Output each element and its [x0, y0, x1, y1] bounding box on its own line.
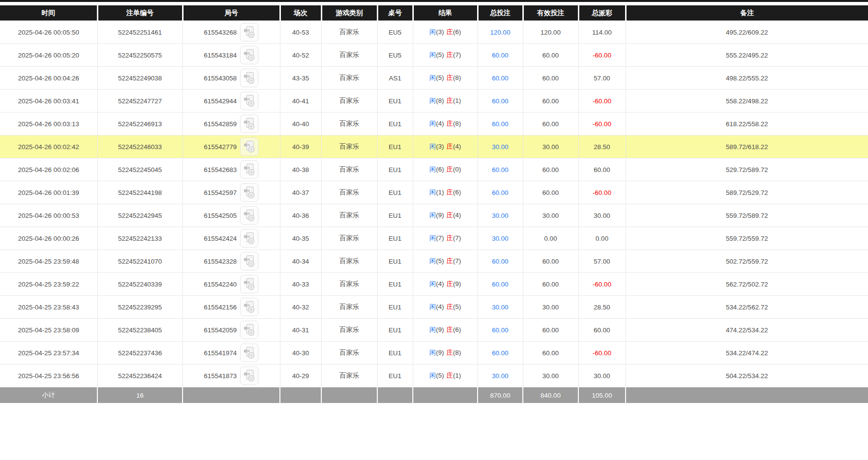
round-number: 615542240 [204, 281, 237, 288]
session-cell: 40-29 [280, 364, 321, 387]
bet-no-cell: 522452247727 [97, 90, 183, 113]
table-no-cell: EU1 [377, 227, 413, 250]
game-type-cell: 百家乐 [321, 364, 377, 387]
banker-result-value: (8) [453, 74, 462, 81]
game-type-cell: 百家乐 [321, 227, 377, 250]
table-no-cell: EU1 [377, 181, 413, 204]
video-replay-button[interactable] [240, 366, 259, 385]
valid-bet-cell: 30.00 [523, 135, 578, 158]
game-type-cell: 百家乐 [321, 204, 377, 227]
table-no-cell: EU1 [377, 319, 413, 342]
result-cell: 闲(6)庄(0) [413, 158, 478, 181]
total-bet-cell[interactable]: 120.00 [478, 21, 523, 44]
time-cell: 2025-04-26 00:00:53 [0, 204, 97, 227]
bet-no-cell: 522452251461 [97, 21, 183, 44]
player-result-value: (4) [436, 120, 444, 127]
total-bet-cell[interactable]: 30.00 [478, 227, 523, 250]
total-bet-cell[interactable]: 60.00 [478, 158, 523, 181]
table-row: 2025-04-26 00:01:39 522452244198 6155425… [0, 181, 868, 204]
video-replay-icon [243, 163, 255, 176]
total-bet-cell[interactable]: 60.00 [478, 181, 523, 204]
total-bet-cell[interactable]: 60.00 [478, 250, 523, 273]
game-type-cell: 百家乐 [321, 113, 377, 135]
video-replay-icon [243, 255, 255, 268]
table-no-cell: EU1 [377, 135, 413, 158]
game-type-cell: 百家乐 [321, 158, 377, 181]
video-replay-button[interactable] [240, 137, 259, 156]
time-cell: 2025-04-25 23:58:43 [0, 296, 97, 319]
banker-result-value: (9) [453, 280, 462, 288]
banker-result-value: (7) [453, 234, 462, 242]
result-cell: 闲(3)庄(6) [413, 21, 478, 44]
video-replay-button[interactable] [240, 115, 259, 133]
payout-cell: 28.50 [578, 135, 626, 158]
result-cell: 闲(5)庄(8) [413, 67, 478, 90]
session-cell: 40-53 [280, 21, 321, 44]
remark-cell: 534.22/474.22 [626, 342, 868, 364]
round-number: 615542859 [204, 120, 237, 128]
video-replay-button[interactable] [240, 298, 259, 316]
player-result-value: (9) [436, 211, 444, 219]
table-no-cell: EU1 [377, 204, 413, 227]
valid-bet-cell: 60.00 [523, 113, 578, 135]
session-cell: 40-41 [280, 90, 321, 113]
total-bet-cell[interactable]: 60.00 [478, 113, 523, 135]
player-result-value: (3) [436, 28, 444, 36]
banker-result-label: 庄 [446, 372, 453, 379]
video-replay-button[interactable] [240, 46, 259, 64]
video-replay-button[interactable] [240, 229, 259, 248]
player-result-label: 闲 [429, 280, 436, 288]
total-bet-cell[interactable]: 60.00 [478, 319, 523, 342]
banker-result-value: (6) [453, 326, 462, 333]
session-cell: 40-33 [280, 273, 321, 296]
total-bet-cell[interactable]: 60.00 [478, 342, 523, 364]
table-no-cell: EU1 [377, 342, 413, 364]
banker-result-value: (8) [453, 349, 462, 356]
table-row: 2025-04-26 00:02:42 522452246033 6155427… [0, 135, 868, 158]
bet-no-cell: 522452242133 [97, 227, 183, 250]
total-bet-cell[interactable]: 30.00 [478, 296, 523, 319]
total-bet-cell[interactable]: 60.00 [478, 90, 523, 113]
banker-result-value: (0) [453, 166, 462, 173]
session-cell: 40-38 [280, 158, 321, 181]
total-bet-cell[interactable]: 60.00 [478, 44, 523, 67]
subtotal-valid-bet: 840.00 [523, 387, 578, 403]
subtotal-count: 16 [97, 387, 183, 403]
video-replay-button[interactable] [240, 206, 259, 225]
video-replay-button[interactable] [240, 69, 259, 87]
player-result-label: 闲 [429, 51, 436, 58]
video-replay-icon [243, 209, 255, 222]
video-replay-button[interactable] [240, 344, 259, 362]
video-replay-button[interactable] [240, 321, 259, 339]
session-cell: 40-40 [280, 113, 321, 135]
bet-records-table: 时间 注单编号 局号 场次 游戏类别 桌号 结果 总投注 有效投注 总派彩 备注… [0, 5, 868, 403]
result-cell: 闲(1)庄(6) [413, 181, 478, 204]
game-type-cell: 百家乐 [321, 21, 377, 44]
session-cell: 40-30 [280, 342, 321, 364]
valid-bet-cell: 30.00 [523, 364, 578, 387]
banker-result-label: 庄 [446, 97, 453, 104]
payout-cell: -60.00 [578, 273, 626, 296]
time-cell: 2025-04-26 00:00:26 [0, 227, 97, 250]
session-cell: 40-35 [280, 227, 321, 250]
table-row: 2025-04-25 23:59:48 522452241070 6155423… [0, 250, 868, 273]
total-bet-cell[interactable]: 30.00 [478, 135, 523, 158]
payout-cell: 60.00 [578, 319, 626, 342]
total-bet-cell[interactable]: 60.00 [478, 273, 523, 296]
total-bet-cell[interactable]: 60.00 [478, 67, 523, 90]
total-bet-cell[interactable]: 30.00 [478, 204, 523, 227]
video-replay-button[interactable] [240, 252, 259, 270]
video-replay-button[interactable] [240, 275, 259, 293]
table-no-cell: EU1 [377, 158, 413, 181]
video-replay-button[interactable] [240, 92, 259, 110]
video-replay-button[interactable] [240, 183, 259, 202]
game-type-cell: 百家乐 [321, 90, 377, 113]
player-result-label: 闲 [429, 166, 436, 173]
total-bet-cell[interactable]: 30.00 [478, 364, 523, 387]
video-replay-icon [243, 232, 255, 245]
banker-result-value: (8) [453, 120, 462, 127]
round-no-cell: 615542505 [183, 204, 280, 227]
video-replay-button[interactable] [240, 160, 259, 179]
video-replay-button[interactable] [240, 23, 259, 41]
table-row: 2025-04-26 00:04:26 522452249038 6155430… [0, 67, 868, 90]
